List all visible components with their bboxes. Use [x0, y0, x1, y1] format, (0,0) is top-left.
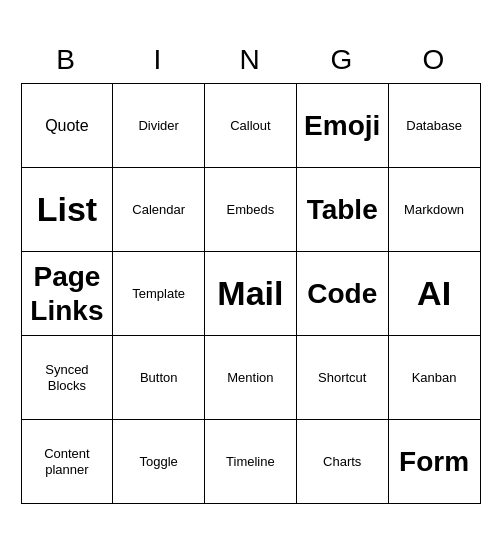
cell-text: Timeline	[208, 424, 293, 499]
header-letter-O: O	[389, 40, 481, 80]
bingo-cell: Timeline	[204, 420, 296, 504]
bingo-cell: Emoji	[296, 84, 388, 168]
cell-text: AI	[392, 256, 477, 331]
cell-text: Charts	[300, 424, 385, 499]
cell-text: Table	[300, 172, 385, 247]
cell-text: Divider	[116, 88, 201, 163]
bingo-card: BINGO QuoteDividerCalloutEmojiDatabaseLi…	[1, 30, 501, 515]
cell-text: Code	[300, 256, 385, 331]
bingo-cell: Mention	[204, 336, 296, 420]
cell-text: Calendar	[116, 172, 201, 247]
bingo-cell: Markdown	[388, 168, 480, 252]
bingo-cell: Template	[113, 252, 205, 336]
cell-text: Toggle	[116, 424, 201, 499]
bingo-cell: Toggle	[113, 420, 205, 504]
cell-text: Form	[392, 424, 477, 499]
cell-text: Shortcut	[300, 340, 385, 415]
bingo-cell: Kanban	[388, 336, 480, 420]
bingo-cell: List	[21, 168, 113, 252]
bingo-cell: Database	[388, 84, 480, 168]
cell-text: Quote	[25, 88, 110, 163]
header-letter-N: N	[205, 40, 297, 80]
cell-text: Content planner	[25, 424, 110, 499]
cell-text: Kanban	[392, 340, 477, 415]
cell-text: Emoji	[300, 88, 385, 163]
bingo-cell: Page Links	[21, 252, 113, 336]
header-letter-I: I	[113, 40, 205, 80]
bingo-grid: QuoteDividerCalloutEmojiDatabaseListCale…	[21, 84, 481, 505]
bingo-cell: Charts	[296, 420, 388, 504]
cell-text: Mention	[208, 340, 293, 415]
table-row: Content plannerToggleTimelineChartsForm	[21, 420, 480, 504]
table-row: ListCalendarEmbedsTableMarkdown	[21, 168, 480, 252]
cell-text: Button	[116, 340, 201, 415]
bingo-cell: AI	[388, 252, 480, 336]
bingo-cell: Shortcut	[296, 336, 388, 420]
table-row: Synced BlocksButtonMentionShortcutKanban	[21, 336, 480, 420]
bingo-cell: Content planner	[21, 420, 113, 504]
table-row: QuoteDividerCalloutEmojiDatabase	[21, 84, 480, 168]
bingo-cell: Quote	[21, 84, 113, 168]
cell-text: Embeds	[208, 172, 293, 247]
bingo-cell: Code	[296, 252, 388, 336]
bingo-header: BINGO	[21, 40, 481, 80]
bingo-cell: Button	[113, 336, 205, 420]
table-row: Page LinksTemplateMailCodeAI	[21, 252, 480, 336]
cell-text: Markdown	[392, 172, 477, 247]
cell-text: Page Links	[25, 256, 110, 331]
bingo-cell: Mail	[204, 252, 296, 336]
cell-text: List	[25, 172, 110, 247]
bingo-cell: Form	[388, 420, 480, 504]
cell-text: Callout	[208, 88, 293, 163]
bingo-cell: Synced Blocks	[21, 336, 113, 420]
bingo-cell: Divider	[113, 84, 205, 168]
cell-text: Synced Blocks	[25, 340, 110, 415]
header-letter-G: G	[297, 40, 389, 80]
cell-text: Database	[392, 88, 477, 163]
header-letter-B: B	[21, 40, 113, 80]
bingo-cell: Calendar	[113, 168, 205, 252]
cell-text: Template	[116, 256, 201, 331]
bingo-cell: Embeds	[204, 168, 296, 252]
bingo-cell: Table	[296, 168, 388, 252]
bingo-cell: Callout	[204, 84, 296, 168]
cell-text: Mail	[208, 256, 293, 331]
